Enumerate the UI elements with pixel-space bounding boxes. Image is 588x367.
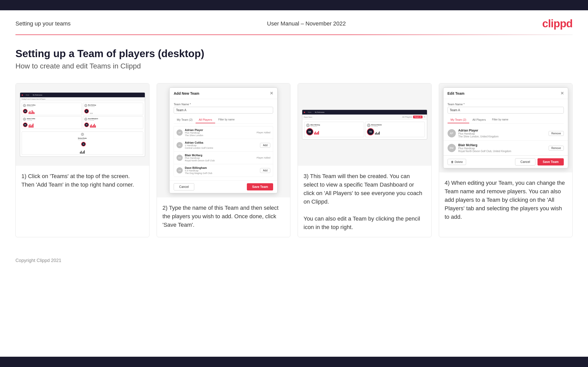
player-sub-2: Plus Handicap (88, 106, 96, 107)
mock-nav-1: Home My Performance (20, 93, 145, 97)
edit-dialog-footer: 🗑 Delete Cancel Save Team (443, 155, 568, 168)
nav-home-2: Home (307, 111, 312, 113)
edit-cancel-button[interactable]: Cancel (515, 158, 535, 165)
mock-player-card-5: RB Richard Butler Plus Handicap 72 (22, 132, 143, 155)
cancel-button[interactable]: Cancel (174, 183, 194, 190)
cards-container: Home My Performance Finding 5 out of 5 p… (0, 78, 588, 253)
bar (30, 124, 30, 128)
card-3-screenshot: Home My Performance Players Teams All Pl… (298, 83, 431, 166)
team-member-1: BM Blair McHarg Plus Handicap 94 (304, 122, 364, 137)
card-2-screenshot: Add New Team ✕ Team Name * Team A My Tea… (157, 83, 290, 197)
player-sub-3: 1 Handicap (27, 119, 35, 121)
player-sub-5: Plus Handicap (78, 139, 87, 140)
nav-my-performance: My Performance (32, 94, 43, 96)
add-player-button[interactable]: Add (260, 168, 270, 173)
bar (92, 113, 93, 114)
bar (31, 112, 31, 114)
player-avatar: BM (177, 155, 183, 161)
bar (378, 133, 379, 135)
top-bar (0, 0, 588, 10)
player-avatar: AP (177, 129, 183, 136)
mock-player-card-1: AP Adrian Collins Plus Handicap 84 (22, 103, 82, 115)
card-1-screenshot: Home My Performance Finding 5 out of 5 p… (16, 83, 149, 166)
tm-detail-2: Plus Handicap (371, 126, 382, 127)
card-4-screenshot: Edit Team ✕ Team Name * Team A My Team (… (439, 83, 573, 172)
header: Setting up your teams User Manual – Nove… (0, 10, 588, 34)
player-avatar-3: AC (23, 118, 26, 121)
header-left-text: Setting up your teams (15, 20, 71, 27)
bar (33, 111, 33, 114)
player-list: AP Adrian Player Plus Handicap The Shire… (174, 126, 273, 177)
nav-my-performance-2: My Performance (314, 111, 325, 113)
player-status: Player Added (257, 131, 271, 134)
team-name-input[interactable]: Team A (174, 107, 273, 113)
delete-label: Delete (455, 160, 463, 163)
tm-name-2: Richard Butler (371, 124, 382, 126)
tm-detail-1: Plus Handicap (310, 126, 320, 127)
tm-name-1: Blair McHarg (310, 124, 320, 126)
player-detail: 1 Handicap (185, 144, 258, 147)
score-1: 84 (23, 109, 28, 113)
edit-save-team-button[interactable]: Save Team (537, 158, 564, 165)
tab-edit-all-players[interactable]: All Players (469, 117, 489, 123)
bar (84, 150, 85, 154)
player-location: Central London Golf Centre (185, 147, 258, 149)
bar (80, 152, 81, 154)
edit-player-detail1-2: Plus Handicap (458, 147, 546, 150)
player-avatar: AC (177, 142, 183, 148)
player-row-2: AC Adrian Coliba 1 Handicap Central Lond… (174, 139, 273, 152)
tab-all-players[interactable]: All Players (196, 117, 215, 123)
player-detail: 5.9 Handicap (185, 169, 258, 172)
player-name-2: Blair McHarg (88, 104, 96, 106)
bar (93, 125, 94, 128)
all-players-tab: All Players (402, 116, 412, 118)
mock-player-card-3: AC Adrian Coliba 1 Handicap 94 (22, 116, 82, 129)
mock-dashboard-2: Home My Performance Players Teams All Pl… (302, 110, 427, 139)
bar (91, 124, 92, 128)
edit-footer-right: Cancel Save Team (515, 158, 564, 165)
delete-team-button[interactable]: 🗑 Delete (448, 159, 466, 165)
tab-my-team[interactable]: My Team (2) (174, 117, 196, 123)
tm-avatar-1: BM (306, 124, 310, 127)
team-dashboard-tab: Team A (413, 116, 423, 118)
player-info: Adrian Coliba 1 Handicap Central London … (185, 141, 258, 149)
add-player-button[interactable]: Add (260, 143, 270, 148)
mock-player-grid: AP Adrian Collins Plus Handicap 84 (20, 101, 145, 130)
add-team-dialog: Add New Team ✕ Team Name * Team A My Tea… (169, 88, 278, 193)
dialog-footer: Cancel Save Team (170, 180, 277, 193)
remove-player-button-2[interactable]: Remove (549, 146, 564, 151)
edit-dialog-close-icon[interactable]: ✕ (560, 91, 564, 96)
edit-player-avatar-2: BM (448, 144, 456, 152)
dialog-title: Add New Team (174, 91, 199, 95)
dialog-close-icon[interactable]: ✕ (270, 91, 273, 96)
edit-filter-label: Filter by name (489, 117, 511, 123)
card-2-text: 2) Type the name of this Team and then s… (157, 197, 290, 237)
bar (91, 113, 92, 114)
nav-logo-dot-2 (304, 112, 305, 113)
player-name: Adrian Player (185, 128, 254, 132)
tm-avatar-2: RB (367, 124, 371, 127)
tab-edit-my-team[interactable]: My Team (2) (448, 117, 469, 123)
team-name-label: Team Name * (174, 103, 273, 106)
edit-dialog-title: Edit Team (448, 91, 465, 95)
edit-team-name-input[interactable]: Team A (448, 107, 564, 113)
edit-player-info-1: Adrian Player Plus Handicap The Shire Lo… (458, 129, 546, 138)
player-status: Player Added (257, 156, 271, 159)
player-location: Royal North Devon Golf Club (185, 159, 254, 162)
player-location: The Shire London (185, 134, 254, 137)
bar (316, 133, 317, 135)
bar (90, 125, 91, 128)
player-detail: Plus Handicap (185, 157, 254, 159)
player-info: Blair McHarg Plus Handicap Royal North D… (185, 154, 254, 162)
bar (318, 131, 319, 135)
footer: Copyright Clippd 2021 (0, 253, 588, 268)
bar (375, 133, 376, 135)
remove-player-button-1[interactable]: Remove (549, 131, 564, 136)
nav-logo-dot (22, 94, 23, 96)
dialog-body: Team Name * Team A My Team (2) All Playe… (170, 99, 277, 180)
page-subtitle: How to create and edit Teams in Clippd (15, 62, 573, 70)
bar (377, 133, 378, 135)
player-detail: Plus Handicap (185, 132, 254, 134)
edit-player-name-1: Adrian Player (458, 129, 546, 132)
save-team-button[interactable]: Save Team (247, 183, 273, 190)
